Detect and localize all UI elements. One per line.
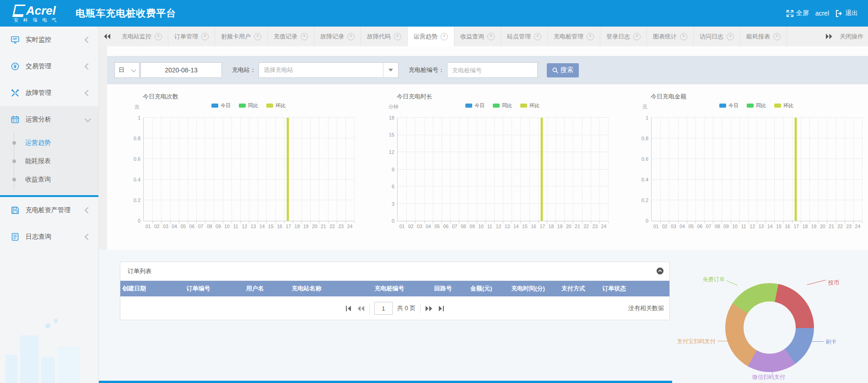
grid-line-vertical <box>818 118 819 221</box>
tab-site-mgmt[interactable]: 站点管理× <box>501 27 548 46</box>
pager-last-button[interactable] <box>437 306 444 312</box>
fullscreen-button[interactable]: 全屏 <box>787 9 809 17</box>
tab-rfid-card-user[interactable]: 射频卡用户× <box>215 27 268 46</box>
tab-recharge-record[interactable]: 充值记录× <box>268 27 314 46</box>
x-axis-tick-label: 15 <box>522 224 528 229</box>
x-axis-tick-label: 12 <box>750 224 755 229</box>
legend-item[interactable]: 今日 <box>211 102 231 109</box>
legend-item[interactable]: 环比 <box>266 102 286 109</box>
x-axis-tick-label: 19 <box>557 224 563 229</box>
sidebar-item-label: 交易管理 <box>26 62 51 71</box>
tab-close-icon[interactable]: × <box>201 33 209 40</box>
x-axis-tick <box>354 221 355 223</box>
sidebar-item-revenue-query[interactable]: 收益查询 <box>0 170 98 189</box>
tab-close-icon[interactable]: × <box>727 33 734 40</box>
tab-close-icon[interactable]: × <box>487 33 495 40</box>
date-input[interactable] <box>140 62 222 78</box>
tab-operation-trend[interactable]: 运营趋势× <box>408 27 454 46</box>
x-axis-tick-label: 03 <box>163 224 168 229</box>
grid-line-vertical <box>748 118 749 221</box>
x-axis-tick-label: 04 <box>426 224 431 229</box>
sidebar-item-log-query[interactable]: 日志查询 <box>0 224 98 250</box>
x-axis-tick-label: 18 <box>803 224 808 229</box>
tabs-scroll-left-button[interactable] <box>98 27 116 46</box>
pager-next-button[interactable] <box>425 306 433 312</box>
donut-label: 刷卡 <box>825 338 853 346</box>
x-axis-tick <box>179 221 179 223</box>
tab-close-icon[interactable]: × <box>347 33 355 40</box>
username[interactable]: acrel <box>815 10 829 17</box>
pager-prev-button[interactable] <box>357 306 365 312</box>
tab-fault-code[interactable]: 故障代码× <box>361 27 408 46</box>
sidebar-item-pile-asset-mgmt[interactable]: 充电桩资产管理 <box>0 197 98 224</box>
grid-line-vertical <box>328 118 329 221</box>
search-button[interactable]: 搜索 <box>547 63 579 77</box>
chevron-left-icon <box>85 63 91 70</box>
tab-close-icon[interactable]: × <box>633 33 641 40</box>
pager-first-button[interactable] <box>345 306 352 312</box>
x-axis-tick-label: 07 <box>706 224 712 229</box>
legend-item[interactable]: 今日 <box>719 102 739 109</box>
sidebar-item-operation-analysis[interactable]: 运营分析 <box>0 106 98 133</box>
x-axis-tick-label: 09 <box>216 224 221 229</box>
tab-close-icon[interactable]: × <box>680 33 687 40</box>
x-axis-tick <box>188 221 188 223</box>
x-axis-tick <box>818 221 819 223</box>
x-axis-tick-label: 16 <box>531 224 536 229</box>
tab-close-icon[interactable]: × <box>534 33 541 40</box>
x-axis-tick-label: 18 <box>549 224 554 229</box>
tab-energy-report[interactable]: 能耗报表× <box>740 27 787 46</box>
tab-access-log[interactable]: 访问日志× <box>694 27 740 46</box>
tab-pile-mgmt[interactable]: 充电桩管理× <box>548 27 600 46</box>
tab-close-icon[interactable]: × <box>441 33 448 40</box>
sidebar-item-realtime-monitor[interactable]: 实时监控 <box>0 27 98 53</box>
grid-line-vertical <box>555 118 556 221</box>
page-number-input[interactable] <box>374 302 393 315</box>
legend-item[interactable]: 同比 <box>747 102 766 109</box>
legend-item[interactable]: 同比 <box>239 102 258 109</box>
tab-close-icon[interactable]: × <box>254 33 261 40</box>
dropdown-caret-cell[interactable] <box>383 63 398 77</box>
chevron-left-icon <box>85 234 91 240</box>
period-select[interactable]: 日 <box>114 62 140 78</box>
legend-item[interactable]: 环比 <box>774 102 793 109</box>
y-axis-tick-label: 3 <box>382 201 398 207</box>
tab-order-mgmt[interactable]: 订单管理× <box>168 27 215 46</box>
tab-close-icon[interactable]: × <box>155 33 162 40</box>
tab-login-log[interactable]: 登录日志× <box>600 27 647 46</box>
station-select[interactable]: 选择充电站 <box>259 62 399 78</box>
panel-collapse-button[interactable] <box>656 267 664 275</box>
no-data-text: 没有相关数据 <box>628 304 664 312</box>
tab-chart-stats[interactable]: 图表统计× <box>647 27 694 46</box>
tab-close-icon[interactable]: × <box>773 33 781 40</box>
legend-label: 环比 <box>783 102 793 109</box>
sidebar-item-transaction-mgmt[interactable]: 交易管理 <box>0 53 98 80</box>
x-axis-tick-label: 23 <box>338 224 344 229</box>
tab-close-icon[interactable]: × <box>394 33 401 40</box>
tab-revenue-query[interactable]: 收益查询× <box>454 27 501 46</box>
tabs-scroll-right-button[interactable] <box>820 27 838 46</box>
x-axis-tick <box>284 221 285 223</box>
pile-number-input[interactable] <box>447 62 538 78</box>
tab-label: 充值记录 <box>274 33 297 41</box>
close-operations-menu[interactable]: 关闭操作 <box>838 27 868 46</box>
tab-fault-record[interactable]: 故障记录× <box>314 27 361 46</box>
x-axis-tick <box>170 221 171 223</box>
horizontal-scrollbar[interactable] <box>99 381 672 383</box>
sidebar-item-energy-report[interactable]: 能耗报表 <box>0 152 98 170</box>
x-axis-tick-label: 14 <box>513 224 519 229</box>
x-axis-tick <box>669 221 669 223</box>
x-axis-tick-label: 08 <box>207 224 212 229</box>
sidebar-item-operation-trend[interactable]: 运营趋势 <box>0 134 98 152</box>
tab-close-icon[interactable]: × <box>587 33 594 40</box>
sidebar-item-fault-mgmt[interactable]: 故障管理 <box>0 80 98 106</box>
legend-item[interactable]: 同比 <box>493 102 512 109</box>
x-axis-tick <box>695 221 696 223</box>
logout-button[interactable]: 退出 <box>836 9 858 17</box>
legend-item[interactable]: 环比 <box>520 102 539 109</box>
sidebar-item-label: 运营趋势 <box>25 139 51 147</box>
legend-item[interactable]: 今日 <box>465 102 485 109</box>
tab-station-monitor[interactable]: 充电站监控× <box>116 27 168 46</box>
grid-line-vertical <box>258 118 258 221</box>
tab-close-icon[interactable]: × <box>301 33 308 40</box>
